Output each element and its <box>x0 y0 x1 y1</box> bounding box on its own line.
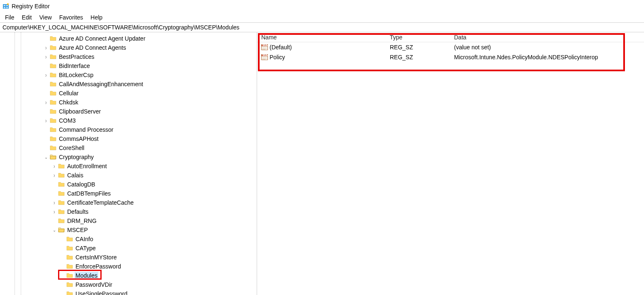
address-text: Computer\HKEY_LOCAL_MACHINE\SOFTWARE\Mic… <box>2 24 239 31</box>
chevron-right-icon[interactable]: › <box>43 72 49 78</box>
tree-item-label: Azure AD Connect Agent Updater <box>58 35 146 42</box>
tree-pane: Azure AD Connect Agent Updater›Azure AD … <box>0 32 257 295</box>
menu-view[interactable]: View <box>36 13 55 22</box>
svg-rect-3 <box>4 7 5 8</box>
tree-item[interactable]: Azure AD Connect Agent Updater <box>0 34 257 43</box>
tree-item[interactable]: ›Defaults <box>0 207 257 216</box>
folder-icon <box>66 290 73 295</box>
svg-rect-2 <box>6 5 8 6</box>
tree-item-label: Chkdsk <box>58 99 79 106</box>
chevron-right-icon[interactable]: › <box>43 44 49 51</box>
tree-item-label: BidInterface <box>58 62 91 70</box>
tree-item[interactable]: ClipboardServer <box>0 107 257 116</box>
tree-item-label: Cellular <box>58 89 79 97</box>
tree-item[interactable]: Command Processor <box>0 125 257 134</box>
tree-item[interactable]: CallAndMessagingEnhancement <box>0 80 257 89</box>
folder-icon <box>66 245 73 251</box>
tree-item[interactable]: ›CertificateTemplateCache <box>0 198 257 207</box>
tree-item[interactable]: CAInfo <box>0 235 257 244</box>
tree-item[interactable]: CAType <box>0 244 257 253</box>
chevron-right-icon[interactable]: › <box>51 199 57 206</box>
svg-rect-1 <box>4 5 5 6</box>
tree-item[interactable]: PasswordVDir <box>0 280 257 289</box>
value-type: REG_SZ <box>386 53 450 61</box>
tree-item-label: CertificateTemplateCache <box>66 199 134 206</box>
col-header-name[interactable]: Name <box>257 33 386 42</box>
window-title: Registry Editor <box>12 3 50 10</box>
tree-item[interactable]: ›Chkdsk <box>0 98 257 107</box>
values-header: Name Type Data <box>257 32 644 42</box>
tree-item[interactable]: UseSinglePassword <box>0 289 257 295</box>
value-data: (value not set) <box>450 43 644 51</box>
value-row[interactable]: PolicyREG_SZMicrosoft.Intune.Ndes.Policy… <box>257 52 644 62</box>
tree-item[interactable]: CommsAPHost <box>0 134 257 143</box>
tree-item[interactable]: BidInterface <box>0 61 257 70</box>
tree-scroll[interactable]: Azure AD Connect Agent Updater›Azure AD … <box>0 32 257 295</box>
tree-item[interactable]: ⌄Cryptography <box>0 152 257 162</box>
tree-item-label: Modules <box>75 272 98 279</box>
tree-item[interactable]: CatalogDB <box>0 180 257 189</box>
folder-icon <box>50 99 56 106</box>
folder-icon <box>50 126 56 133</box>
menu-edit[interactable]: Edit <box>19 13 35 22</box>
folder-icon <box>50 72 56 78</box>
value-row[interactable]: (Default)REG_SZ(value not set) <box>257 42 644 52</box>
tree-item[interactable]: EnforcePassword <box>0 262 257 271</box>
registry-tree: Azure AD Connect Agent Updater›Azure AD … <box>0 32 257 295</box>
chevron-right-icon[interactable]: › <box>43 53 49 60</box>
chevron-down-icon[interactable]: ⌄ <box>43 155 49 160</box>
chevron-right-icon[interactable]: › <box>51 172 57 178</box>
chevron-right-icon[interactable]: › <box>43 117 49 123</box>
chevron-down-icon[interactable]: ⌄ <box>51 228 57 232</box>
value-type: REG_SZ <box>386 43 450 51</box>
tree-item-label: CertsInMYStore <box>75 254 118 261</box>
folder-icon <box>58 208 65 215</box>
col-header-type[interactable]: Type <box>386 33 450 42</box>
reg-sz-icon <box>261 44 268 51</box>
menu-bar: File Edit View Favorites Help <box>0 12 644 22</box>
tree-item[interactable]: CoreShell <box>0 143 257 152</box>
tree-item[interactable]: ›AutoEnrollment <box>0 162 257 171</box>
value-name: Policy <box>270 54 285 60</box>
folder-icon <box>50 135 56 142</box>
folder-icon <box>58 190 65 197</box>
tree-item-label: CommsAPHost <box>58 135 100 143</box>
menu-favorites[interactable]: Favorites <box>56 13 87 22</box>
folder-icon <box>50 90 56 97</box>
tree-item-label: MSCEP <box>66 226 89 234</box>
tree-item[interactable]: ›BestPractices <box>0 52 257 61</box>
tree-item[interactable]: CertsInMYStore <box>0 253 257 262</box>
menu-help[interactable]: Help <box>87 13 106 22</box>
tree-item[interactable]: Modules <box>0 271 257 280</box>
menu-file[interactable]: File <box>2 13 18 22</box>
tree-item[interactable]: ›Calais <box>0 171 257 180</box>
chevron-right-icon[interactable]: › <box>51 163 57 169</box>
folder-icon <box>58 172 65 179</box>
tree-item-label: CatDBTempFiles <box>66 190 112 197</box>
tree-item[interactable]: Cellular <box>0 89 257 98</box>
tree-item[interactable]: ›COM3 <box>0 116 257 125</box>
tree-item-label: ClipboardServer <box>58 108 102 115</box>
content-area: Azure AD Connect Agent Updater›Azure AD … <box>0 32 644 295</box>
col-header-data[interactable]: Data <box>450 33 644 42</box>
folder-icon <box>58 199 65 206</box>
folder-icon <box>66 263 73 270</box>
folder-icon <box>66 254 73 261</box>
tree-item-label: CAType <box>75 244 97 252</box>
tree-item[interactable]: DRM_RNG <box>0 216 257 225</box>
tree-item-label: CatalogDB <box>66 181 96 188</box>
tree-item-label: CoreShell <box>58 144 85 152</box>
tree-item-label: UseSinglePassword <box>75 290 128 295</box>
tree-item[interactable]: CatDBTempFiles <box>0 189 257 198</box>
folder-icon <box>50 108 56 115</box>
tree-item[interactable]: ⌄MSCEP <box>0 225 257 235</box>
tree-item[interactable]: ›Azure AD Connect Agents <box>0 43 257 52</box>
tree-item[interactable]: ›BitLockerCsp <box>0 70 257 80</box>
chevron-right-icon[interactable]: › <box>51 208 57 215</box>
address-bar[interactable]: Computer\HKEY_LOCAL_MACHINE\SOFTWARE\Mic… <box>0 22 644 32</box>
folder-icon <box>50 44 56 51</box>
tree-item-label: CAInfo <box>75 235 94 243</box>
chevron-right-icon[interactable]: › <box>43 99 49 105</box>
tree-item-label: COM3 <box>58 117 76 124</box>
tree-item-label: EnforcePassword <box>75 263 122 270</box>
